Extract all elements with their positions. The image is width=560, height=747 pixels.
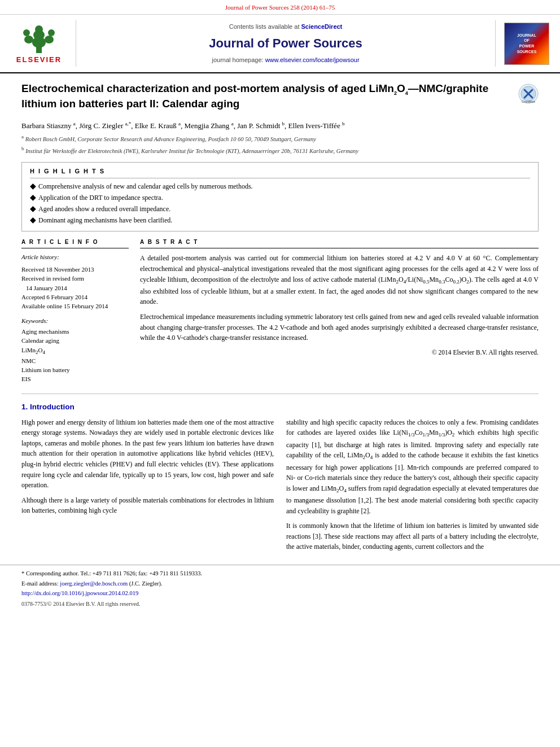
highlight-text-3: Aged anodes show a reduced overall imped…	[38, 204, 170, 214]
keyword-1: Aging mechanisms	[21, 327, 129, 336]
email-address[interactable]: joerg.ziegler@de.bosch.com	[60, 580, 128, 587]
svg-point-5	[45, 36, 54, 43]
article-info-abstract-section: A R T I C L E I N F O Article history: R…	[21, 238, 539, 384]
science-direct-prefix: Contents lists available at	[229, 23, 301, 30]
elsevier-tree-icon	[16, 23, 62, 54]
journal-homepage-line: journal homepage: www.elsevier.com/locat…	[212, 56, 359, 64]
homepage-url[interactable]: www.elsevier.com/locate/jpowsour	[265, 56, 360, 63]
received-date: Received 18 November 2013	[21, 265, 129, 274]
highlight-text-1: Comprehensive analysis of new and calend…	[38, 182, 253, 191]
received-revised-label: Received in revised form	[21, 274, 129, 283]
svg-point-4	[24, 36, 33, 43]
header-right: JOURNALOFPOWERSOURCES	[501, 20, 552, 67]
science-direct-line: Contents lists available at ScienceDirec…	[229, 23, 343, 31]
journal-cover-thumbnail: JOURNALOFPOWERSOURCES	[504, 23, 549, 65]
journal-cover-label: JOURNALOFPOWERSOURCES	[517, 33, 537, 55]
highlight-text-4: Dominant aging mechanisms have been clar…	[38, 216, 172, 225]
intro-para-3: stability and high specific capacity red…	[286, 417, 539, 517]
header-center: Contents lists available at ScienceDirec…	[76, 20, 496, 67]
article-title-section: Electrochemical characterization and pos…	[21, 81, 539, 115]
highlight-item-1: ◆ Comprehensive analysis of new and cale…	[30, 182, 530, 191]
article-info-col: A R T I C L E I N F O Article history: R…	[21, 238, 129, 384]
highlight-bullet-1: ◆	[30, 182, 36, 191]
abstract-paragraph-1: A detailed post-mortem analysis was carr…	[140, 253, 539, 307]
journal-ref-bar: Journal of Power Sources 258 (2014) 61–7…	[0, 0, 560, 15]
keyword-4: NMC	[21, 357, 129, 365]
article-footer: * Corresponding author. Tel.: +49 711 81…	[0, 565, 560, 611]
corresponding-note: * Corresponding author. Tel.: +49 711 81…	[21, 570, 539, 578]
authors-line: Barbara Stiaszny a, Jörg C. Ziegler a,*,…	[21, 120, 539, 132]
abstract-paragraph-2: Electrochemical impedance measurements i…	[140, 312, 539, 343]
highlight-item-3: ◆ Aged anodes show a reduced overall imp…	[30, 204, 530, 214]
page-wrapper: Journal of Power Sources 258 (2014) 61–7…	[0, 0, 560, 611]
article-history-label: Article history:	[21, 253, 129, 261]
affiliation-b: b Institut für Werkstoffe der Elektrotec…	[21, 145, 539, 155]
intro-para-1: High power and energy density of lithium…	[21, 417, 274, 491]
highlight-bullet-3: ◆	[30, 204, 36, 214]
svg-point-3	[35, 25, 43, 33]
corresponding-prefix: * Corresponding author. Tel.: +49 711 81…	[21, 570, 202, 576]
highlight-item-2: ◆ Application of the DRT to impedance sp…	[30, 193, 530, 203]
keyword-6: EIS	[21, 375, 129, 383]
affiliation-a: a Robert Bosch GmbH, Corporate Sector Re…	[21, 133, 539, 143]
introduction-section: 1. Introduction High power and energy de…	[21, 402, 539, 557]
homepage-prefix: journal homepage:	[212, 56, 265, 63]
email-label: E-mail address:	[21, 580, 60, 587]
elsevier-logo: ELSEVIER	[16, 23, 62, 65]
svg-point-7	[48, 29, 55, 36]
header-section: ELSEVIER Contents lists available at Sci…	[0, 15, 560, 73]
article-title: Electrochemical characterization and pos…	[21, 81, 513, 111]
article-info-header: A R T I C L E I N F O	[21, 238, 129, 248]
highlight-text-2: Application of the DRT to impedance spec…	[38, 193, 163, 203]
abstract-col: A B S T R A C T A detailed post-mortem a…	[140, 238, 539, 384]
highlights-section: H I G H L I G H T S ◆ Comprehensive anal…	[21, 162, 539, 232]
available-online: Available online 15 February 2014	[21, 302, 129, 311]
section-divider	[21, 394, 539, 394]
journal-title-main: Journal of Power Sources	[209, 35, 362, 53]
intro-para-2: Although there is a large variety of pos…	[21, 495, 274, 516]
keyword-2: Calendar aging	[21, 337, 129, 345]
intro-para-4: It is commonly known that the lifetime o…	[286, 521, 539, 552]
header-left: ELSEVIER	[8, 20, 70, 67]
doi-url[interactable]: http://dx.doi.org/10.1016/j.jpowsour.201…	[21, 590, 138, 596]
journal-ref-text: Journal of Power Sources 258 (2014) 61–7…	[225, 4, 335, 11]
elsevier-label: ELSEVIER	[16, 55, 62, 65]
highlight-bullet-2: ◆	[30, 193, 36, 203]
highlight-bullet-4: ◆	[30, 216, 36, 225]
svg-point-6	[23, 29, 30, 36]
abstract-header: A B S T R A C T	[140, 238, 539, 248]
email-note: E-mail address: joerg.ziegler@de.bosch.c…	[21, 580, 539, 588]
doi-line: http://dx.doi.org/10.1016/j.jpowsour.201…	[21, 589, 539, 598]
email-suffix: (J.C. Ziegler).	[128, 580, 163, 587]
accepted-date: Accepted 6 February 2014	[21, 293, 129, 302]
article-content: Electrochemical characterization and pos…	[0, 73, 560, 565]
introduction-heading: 1. Introduction	[21, 402, 539, 413]
highlight-item-4: ◆ Dominant aging mechanisms have been cl…	[30, 216, 530, 225]
received-revised-date: 14 January 2014	[21, 284, 129, 292]
copyright-line: © 2014 Elsevier B.V. All rights reserved…	[140, 348, 539, 357]
keywords-label: Keywords:	[21, 317, 129, 325]
intro-col-left: High power and energy density of lithium…	[21, 417, 274, 557]
keyword-5: Lithium ion battery	[21, 366, 129, 374]
science-direct-link[interactable]: ScienceDirect	[301, 23, 343, 30]
intro-col-right: stability and high specific capacity red…	[286, 417, 539, 557]
svg-text:CrossMark: CrossMark	[522, 100, 536, 103]
crossmark-badge: CrossMark	[518, 84, 539, 104]
highlights-title: H I G H L I G H T S	[30, 167, 530, 178]
issn-line: 0378-7753/© 2014 Elsevier B.V. All right…	[21, 600, 539, 608]
introduction-body: High power and energy density of lithium…	[21, 417, 539, 557]
keyword-3: LiMn2O4	[21, 346, 129, 356]
